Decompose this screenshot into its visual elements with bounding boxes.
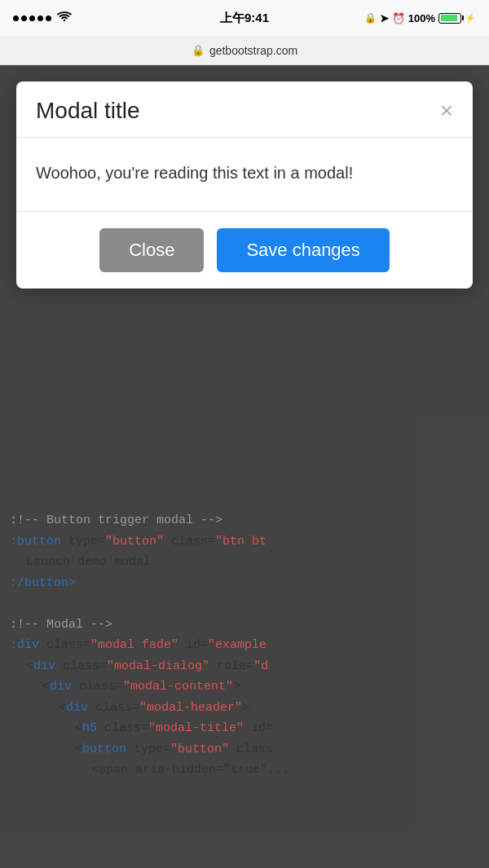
lock-small-icon: 🔒: [192, 44, 205, 56]
code-line-3: Launch demo modal: [10, 552, 479, 573]
battery-percent: 100%: [408, 12, 435, 24]
modal-body-text: Woohoo, you're reading this text in a mo…: [36, 161, 453, 185]
code-line-4: :/button>: [10, 573, 479, 594]
code-area: :!-- Button trigger modal --> :button ty…: [0, 497, 489, 868]
status-right: 🔒 ➤ ⏰ 100% ⚡: [364, 12, 476, 24]
code-line-8: <div class="modal-dialog" role="d: [10, 656, 479, 677]
dot3: [29, 15, 35, 21]
signal-dots: [13, 15, 51, 21]
close-button[interactable]: Close: [99, 228, 204, 272]
code-line-13: <span aria-hidden="true"...: [10, 760, 479, 781]
signal-area: [13, 11, 73, 25]
dot1: [13, 15, 19, 21]
page-background: Modal title × Woohoo, you're reading thi…: [0, 65, 489, 868]
address-bar: 🔒 getbootstrap.com: [0, 36, 489, 65]
code-line-12: <button type="button" class: [10, 739, 479, 760]
modal-footer: Close Save changes: [16, 212, 473, 289]
battery-fill: [441, 15, 458, 21]
status-time: 上午9:41: [220, 11, 269, 26]
lock-icon: 🔒: [364, 12, 377, 24]
battery-block: [438, 13, 461, 24]
dot5: [46, 15, 51, 21]
location-icon: ➤: [380, 12, 389, 24]
code-line-5: [10, 593, 479, 615]
wifi-icon: [56, 11, 73, 25]
save-changes-button[interactable]: Save changes: [217, 228, 389, 272]
code-line-9: <div class="modal-content">: [10, 676, 479, 698]
status-bar: 上午9:41 🔒 ➤ ⏰ 100% ⚡: [0, 0, 489, 36]
code-line-10: <div class="modal-header">: [10, 698, 479, 719]
modal-close-button[interactable]: ×: [440, 99, 453, 122]
address-text: getbootstrap.com: [209, 44, 297, 57]
code-line-1: :!-- Button trigger modal -->: [10, 510, 479, 531]
bolt-icon: ⚡: [465, 13, 476, 24]
code-line-11: <h5 class="modal-title" id=: [10, 718, 479, 739]
dot2: [21, 15, 27, 21]
battery-body: [438, 13, 461, 24]
code-line-6: :!-- Modal -->: [10, 615, 479, 636]
dot4: [37, 15, 43, 21]
code-line-7: :div class="modal fade" id="example: [10, 635, 479, 656]
modal-dialog: Modal title × Woohoo, you're reading thi…: [16, 82, 473, 289]
modal-header: Modal title ×: [16, 82, 473, 138]
modal-body: Woohoo, you're reading this text in a mo…: [16, 138, 473, 212]
modal-title: Modal title: [36, 98, 140, 124]
code-line-2: :button type="button" class="btn bt: [10, 531, 479, 553]
alarm-icon: ⏰: [392, 12, 405, 24]
